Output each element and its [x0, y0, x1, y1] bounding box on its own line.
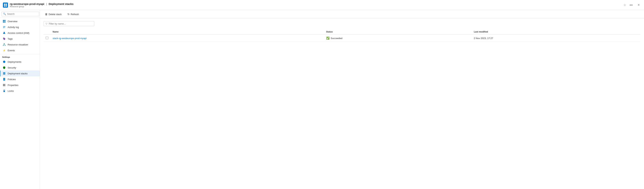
properties-icon	[2, 83, 6, 87]
table-row: stack-rg-westeurope-prod-myapi ✅ Succeed…	[44, 35, 640, 42]
last-modified-column-header: Last modified	[472, 29, 640, 35]
sidebar-item-events[interactable]: ⚡ Events	[0, 47, 40, 53]
success-icon: ✅	[326, 37, 330, 40]
sidebar-item-locks[interactable]: Locks	[0, 88, 40, 94]
filter-input-wrap: ▽	[44, 21, 94, 26]
sidebar-item-tags[interactable]: Tags	[0, 36, 40, 42]
stacks-icon	[2, 72, 6, 75]
svg-rect-24	[3, 84, 4, 86]
svg-rect-4	[3, 20, 4, 21]
policies-icon	[2, 78, 6, 81]
toolbar: 🗑 Delete stack ↻ Refresh	[40, 10, 644, 18]
svg-rect-1	[6, 4, 7, 5]
svg-line-16	[4, 44, 5, 45]
sidebar-item-label: Events	[8, 49, 15, 52]
filter-input[interactable]	[49, 22, 92, 25]
svg-point-14	[5, 45, 6, 46]
sidebar-item-security[interactable]: Security	[0, 65, 40, 71]
sidebar-item-deployments[interactable]: Deployments	[0, 59, 40, 65]
sidebar-item-label: Locks	[8, 90, 14, 92]
refresh-icon: ↻	[68, 13, 70, 16]
app-icon	[3, 3, 8, 8]
svg-rect-27	[4, 91, 5, 92]
svg-rect-3	[6, 5, 7, 7]
tags-icon	[2, 37, 6, 40]
svg-rect-10	[3, 28, 4, 28]
name-column-header: Name	[50, 29, 324, 35]
stack-name-link[interactable]: stack-rg-westeurope-prod-myapi	[52, 37, 86, 40]
resource-type-label: Resource group	[10, 6, 623, 8]
svg-point-12	[4, 43, 4, 44]
delete-icon: 🗑	[45, 13, 48, 16]
search-icon: 🔍	[3, 13, 6, 15]
content-area: ▽ Name Status Last modified	[40, 18, 644, 189]
sidebar-item-label: Policies	[8, 78, 16, 81]
sidebar-item-resource-visualizer[interactable]: Resource visualizer	[0, 42, 40, 47]
row-checkbox-cell	[44, 35, 50, 42]
title-bar: rg-westeurope-prod-myapi | Deployment st…	[0, 0, 644, 10]
sidebar-search-box: 🔍	[2, 12, 39, 16]
iam-icon	[2, 31, 6, 35]
stack-status-cell: ✅ Succeeded	[324, 35, 472, 42]
locks-icon	[2, 89, 6, 93]
svg-point-13	[3, 45, 4, 46]
svg-rect-18	[3, 73, 5, 74]
svg-rect-8	[3, 26, 5, 27]
status-text: Succeeded	[331, 37, 342, 40]
settings-section-title: Settings	[0, 54, 40, 59]
filter-icon: ▽	[46, 22, 47, 25]
main-content: 🗑 Delete stack ↻ Refresh ▽	[40, 10, 644, 189]
refresh-button[interactable]: ↻ Refresh	[66, 12, 80, 16]
sidebar-item-label: Security	[8, 66, 16, 69]
events-icon: ⚡	[2, 49, 6, 52]
title-bar-actions: ☆ •••	[623, 3, 634, 8]
sidebar-item-label: Deployment stacks	[8, 72, 28, 75]
resource-name: rg-westeurope-prod-myapi	[10, 2, 44, 6]
row-checkbox[interactable]	[46, 37, 48, 39]
svg-rect-6	[3, 22, 4, 23]
sidebar-item-label: Properties	[8, 84, 18, 87]
sidebar-item-label: Deployments	[8, 61, 22, 63]
svg-rect-0	[4, 4, 5, 5]
deployments-icon	[2, 60, 6, 63]
page-subtitle: Deployment stacks	[48, 2, 74, 6]
overview-icon	[2, 20, 6, 23]
sidebar-item-properties[interactable]: Properties	[0, 82, 40, 88]
delete-stack-label: Delete stack	[48, 13, 62, 16]
status-column-header: Status	[324, 29, 472, 35]
sidebar: 🔍 « Overview Activity log	[0, 10, 40, 189]
title-bar-text: rg-westeurope-prod-myapi | Deployment st…	[10, 2, 623, 8]
sidebar-item-label: Access control (IAM)	[8, 32, 30, 34]
sidebar-item-access-control[interactable]: Access control (IAM)	[0, 30, 40, 36]
sidebar-item-label: Tags	[8, 38, 12, 40]
svg-rect-5	[4, 20, 6, 21]
search-input[interactable]	[7, 13, 38, 15]
sidebar-nav: Overview Activity log Access control (IA…	[0, 18, 40, 189]
delete-stack-button[interactable]: 🗑 Delete stack	[44, 12, 63, 16]
activity-log-icon	[2, 26, 6, 29]
sidebar-item-overview[interactable]: Overview	[0, 18, 40, 24]
sidebar-item-activity-log[interactable]: Activity log	[0, 24, 40, 30]
title-separator: |	[46, 2, 47, 6]
sidebar-item-deployment-stacks[interactable]: Deployment stacks	[0, 71, 40, 76]
stack-name-cell: stack-rg-westeurope-prod-myapi	[50, 35, 324, 42]
svg-rect-19	[3, 74, 5, 75]
sidebar-item-label: Resource visualizer	[8, 43, 28, 46]
select-all-header	[44, 29, 50, 35]
sidebar-item-policies[interactable]: Policies	[0, 76, 40, 82]
favorite-button[interactable]: ☆	[623, 3, 627, 8]
refresh-label: Refresh	[71, 13, 79, 16]
more-options-button[interactable]: •••	[629, 3, 634, 8]
svg-rect-2	[4, 5, 5, 7]
svg-rect-25	[4, 84, 4, 86]
svg-rect-9	[3, 27, 5, 27]
app-body: 🔍 « Overview Activity log	[0, 10, 644, 189]
svg-line-15	[3, 44, 4, 45]
deployment-stacks-table: Name Status Last modified stack-rg-weste…	[44, 29, 640, 42]
sidebar-item-label: Activity log	[8, 26, 19, 29]
svg-rect-21	[4, 79, 5, 79]
security-icon	[2, 66, 6, 69]
last-modified-cell: 2 Nov 2023, 17:27	[472, 35, 640, 42]
page-title: rg-westeurope-prod-myapi | Deployment st…	[10, 2, 623, 6]
close-button[interactable]: ×	[636, 2, 641, 8]
